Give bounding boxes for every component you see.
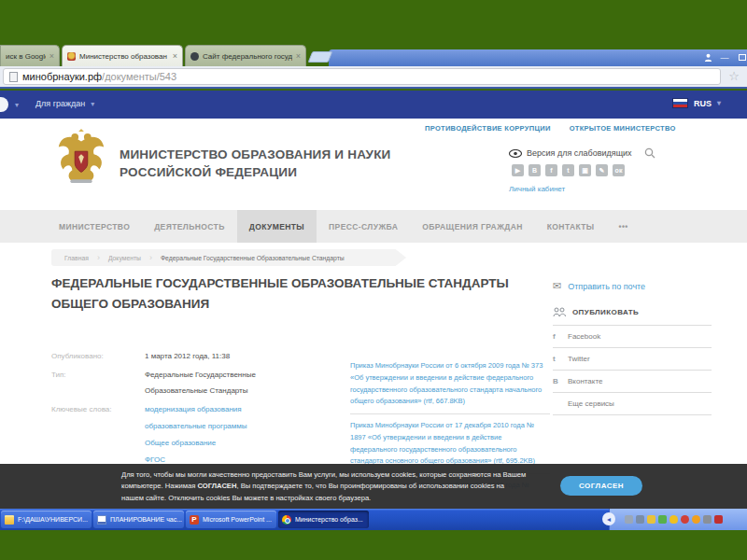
url-path: /документы/543 — [102, 71, 176, 82]
page-title: ФЕДЕРАЛЬНЫЕ ГОСУДАРСТВЕННЫЕ ОБРАЗОВАТЕЛЬ… — [51, 273, 542, 314]
breadcrumb-chevron-icon: › — [149, 253, 152, 262]
social-ok-icon[interactable]: ок — [613, 164, 625, 176]
powerpoint-icon: P — [190, 515, 199, 525]
share-service-label: Еще сервисы — [568, 399, 614, 408]
tab-title: иск в Google — [6, 52, 46, 61]
send-by-mail[interactable]: ✉ Отправить по почте — [553, 280, 712, 292]
accessibility-version[interactable]: Версия для слабовидящих — [509, 147, 655, 159]
share-service-label: Вконтакте — [568, 377, 602, 385]
share-vkontakte[interactable]: В Вконтакте — [553, 371, 712, 393]
nav-activity[interactable]: ДЕЯТЕЛЬНОСТЬ — [142, 210, 237, 243]
chevron-down-icon: ▾ — [717, 99, 721, 107]
slide-background: — иск в Google × Министерство образован … — [0, 0, 747, 560]
taskbar-browser-active[interactable]: Министерство образ... — [278, 511, 369, 528]
breadcrumb: Главная › Документы › Федеральные Госуда… — [51, 249, 406, 266]
site-top-bar: ▾ Для граждан ▾ RUS ▾ — [0, 91, 747, 119]
tray-icon-4[interactable] — [658, 515, 667, 524]
social-icons-row: ▶ В f t ▣ ✎ ок — [512, 164, 625, 176]
tab-title: Министерство образован — [79, 52, 169, 61]
tray-icon-2[interactable] — [636, 515, 644, 524]
share-twitter[interactable]: t Twitter — [553, 348, 712, 371]
document-link[interactable]: Приказ Минобрнауки России от 6 октября 2… — [350, 355, 550, 413]
chevron-down-icon[interactable]: ▾ — [15, 101, 19, 109]
system-tray: ◂ — [609, 509, 747, 530]
tab-title: Сайт федерального госуд — [203, 52, 292, 61]
taskbar-folder-window[interactable]: F:\ДАША\УНИВЕРСИ... — [1, 511, 92, 528]
nav-citizen-appeals[interactable]: ОБРАЩЕНИЯ ГРАЖДАН — [410, 210, 535, 243]
tray-icon-8[interactable] — [703, 515, 712, 524]
tray-icon-6[interactable] — [681, 515, 689, 524]
tab-close-icon[interactable]: × — [173, 51, 177, 61]
keyword-link[interactable]: образовательные программы — [145, 418, 303, 435]
audience-label: Для граждан — [35, 99, 85, 108]
social-pen-icon[interactable]: ✎ — [596, 164, 608, 176]
social-play-icon[interactable]: ▶ — [512, 164, 524, 176]
nav-press[interactable]: ПРЕСС-СЛУЖБА — [317, 210, 410, 243]
tab-close-icon[interactable]: × — [49, 51, 54, 61]
taskbar-word-document[interactable]: ПЛАНИРОВАНИЕ час... — [93, 511, 184, 528]
open-ministry-link[interactable]: ОТКРЫТОЕ МИНИСТЕРСТВО — [570, 124, 676, 133]
type-label: Тип: — [51, 367, 145, 399]
share-more-services[interactable]: Еще сервисы — [553, 393, 712, 415]
personal-account-link[interactable]: Личный кабинет — [509, 185, 565, 193]
keyword-link[interactable]: Общее образование — [145, 435, 303, 452]
accessibility-label: Версия для слабовидящих — [527, 148, 632, 158]
russia-flag-icon — [672, 98, 688, 108]
federal-site-favicon — [190, 52, 199, 61]
tray-collapse-icon[interactable]: ◂ — [602, 512, 615, 525]
taskbar-button-label: Microsoft PowerPoint ... — [203, 516, 272, 523]
cookie-consent-banner: Для того, чтобы мы могли качественно пре… — [0, 464, 747, 509]
tab-federal-site[interactable]: Сайт федерального госуд × — [185, 45, 306, 66]
facebook-letter-icon: f — [553, 332, 560, 341]
coat-of-arms-logo[interactable] — [54, 129, 108, 190]
nav-ministry[interactable]: МИНИСТЕРСТВО — [47, 210, 142, 243]
taskbar-powerpoint[interactable]: P Microsoft PowerPoint ... — [186, 511, 276, 528]
breadcrumb-documents[interactable]: Документы — [108, 255, 141, 261]
keyword-link[interactable]: модернизация образования — [145, 401, 303, 418]
page-viewport: ▾ Для граждан ▾ RUS ▾ — [0, 91, 747, 509]
nav-contacts[interactable]: КОНТАКТЫ — [535, 210, 607, 243]
minimize-icon[interactable]: — — [717, 51, 732, 63]
tray-icon-1[interactable] — [625, 515, 633, 524]
tray-shield-icon[interactable] — [669, 515, 678, 524]
breadcrumb-chevron-icon: › — [97, 253, 100, 262]
tray-icon-7[interactable] — [692, 515, 700, 524]
maximize-icon[interactable] — [735, 51, 747, 63]
tray-icon-3[interactable] — [647, 515, 655, 524]
social-facebook-icon[interactable]: f — [545, 164, 557, 176]
search-icon[interactable] — [644, 147, 655, 159]
cookie-agree-button[interactable]: СОГЛАСЕН — [560, 476, 642, 496]
tab-ministry-active[interactable]: Министерство образован × — [62, 45, 183, 66]
nav-documents-active[interactable]: ДОКУМЕНТЫ — [237, 210, 317, 243]
anticorruption-link[interactable]: ПРОТИВОДЕЙСТВИЕ КОРРУПЦИИ — [425, 124, 551, 133]
vk-letter-icon: В — [553, 377, 560, 385]
tab-close-icon[interactable]: × — [296, 51, 301, 61]
social-twitter-icon[interactable]: t — [562, 164, 574, 176]
cookie-text-bold: СОГЛАСЕН — [197, 482, 236, 490]
breadcrumb-home[interactable]: Главная — [64, 255, 89, 261]
share-facebook[interactable]: f Facebook — [553, 326, 712, 348]
address-bar[interactable]: минобрнауки.рф /документы/543 — [3, 68, 721, 85]
document-meta: Опубликовано: 1 марта 2012 года, 11:38 Т… — [51, 348, 303, 469]
share-service-label: Facebook — [568, 332, 600, 341]
keywords-label: Ключевые слова: — [51, 401, 145, 469]
profile-person-icon[interactable] — [700, 51, 715, 63]
chrome-icon — [282, 515, 291, 525]
ministry-name: МИНИСТЕРСТВО ОБРАЗОВАНИЯ И НАУКИ РОССИЙС… — [120, 146, 391, 181]
tab-google-search[interactable]: иск в Google × — [0, 45, 60, 66]
social-vk-icon[interactable]: В — [529, 164, 541, 176]
audience-selector[interactable]: Для граждан ▾ — [35, 99, 94, 108]
twitter-letter-icon: t — [553, 355, 560, 363]
published-value: 1 марта 2012 года, 11:38 — [145, 348, 303, 364]
language-selector[interactable]: RUS ▾ — [672, 98, 721, 108]
tray-icon-9[interactable] — [714, 515, 723, 524]
bookmark-star-icon[interactable]: ☆ — [728, 69, 740, 83]
publish-header: ОПУБЛИКОВАТЬ — [553, 307, 712, 326]
share-sidebar: ✉ Отправить по почте ОПУБЛИКОВАТЬ f Face… — [553, 280, 712, 415]
windows-taskbar: F:\ДАША\УНИВЕРСИ... ПЛАНИРОВАНИЕ час... … — [0, 509, 747, 530]
government-portal-icon[interactable] — [0, 97, 8, 112]
nav-more-dots[interactable]: ••• — [607, 210, 641, 243]
window-title-bar: — — [329, 49, 747, 66]
social-photo-icon[interactable]: ▣ — [579, 164, 591, 176]
url-domain: минобрнауки.рф — [22, 71, 102, 82]
